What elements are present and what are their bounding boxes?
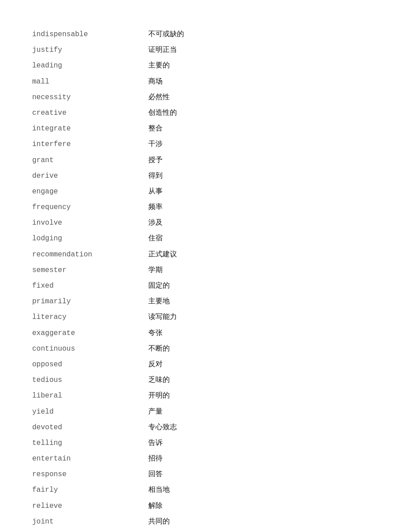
english-word: entertain (32, 451, 148, 467)
english-word: engage (32, 184, 148, 200)
english-word: economic (32, 530, 148, 532)
english-word: grant (32, 153, 148, 168)
table-row: indispensable不可或缺的 (32, 27, 379, 42)
table-row: semester学期 (32, 263, 379, 278)
table-row: involve涉及 (32, 215, 379, 231)
chinese-meaning: 不可或缺的 (148, 27, 379, 42)
english-word: recommendation (32, 247, 148, 263)
english-word: leading (32, 58, 148, 74)
chinese-meaning: 回答 (148, 467, 379, 482)
table-row: opposed反对 (32, 357, 379, 373)
english-word: fairly (32, 482, 148, 498)
chinese-meaning: 共同的 (148, 514, 379, 530)
english-word: mall (32, 74, 148, 90)
english-word: frequency (32, 200, 148, 215)
english-word: liberal (32, 388, 148, 404)
english-word: tedious (32, 373, 148, 388)
table-row: exaggerate夸张 (32, 326, 379, 341)
table-row: mall商场 (32, 74, 379, 90)
chinese-meaning: 相当地 (148, 482, 379, 498)
chinese-meaning: 经济的 (148, 530, 379, 532)
english-word: relieve (32, 498, 148, 514)
table-row: necessity必然性 (32, 90, 379, 105)
chinese-meaning: 学期 (148, 263, 379, 278)
chinese-meaning: 整合 (148, 121, 379, 137)
english-word: derive (32, 168, 148, 184)
chinese-meaning: 反对 (148, 357, 379, 373)
chinese-meaning: 开明的 (148, 388, 379, 404)
english-word: yield (32, 404, 148, 420)
english-word: response (32, 467, 148, 482)
chinese-meaning: 证明正当 (148, 42, 379, 58)
table-row: literacy读写能力 (32, 310, 379, 325)
chinese-meaning: 干涉 (148, 137, 379, 152)
chinese-meaning: 涉及 (148, 215, 379, 231)
table-row: response回答 (32, 467, 379, 482)
english-word: primarily (32, 294, 148, 310)
chinese-meaning: 告诉 (148, 436, 379, 451)
english-word: creative (32, 105, 148, 121)
table-row: yield产量 (32, 404, 379, 420)
chinese-meaning: 专心致志 (148, 420, 379, 436)
english-word: justify (32, 42, 148, 58)
table-row: tedious乏味的 (32, 373, 379, 388)
english-word: continuous (32, 341, 148, 357)
table-row: recommendation正式建议 (32, 247, 379, 263)
table-row: economic经济的 (32, 530, 379, 532)
chinese-meaning: 必然性 (148, 90, 379, 105)
english-word: exaggerate (32, 326, 148, 341)
english-word: opposed (32, 357, 148, 373)
english-word: devoted (32, 420, 148, 436)
chinese-meaning: 招待 (148, 451, 379, 467)
chinese-meaning: 商场 (148, 74, 379, 90)
table-row: joint共同的 (32, 514, 379, 530)
table-row: telling告诉 (32, 436, 379, 451)
table-row: lodging住宿 (32, 231, 379, 247)
chinese-meaning: 频率 (148, 200, 379, 215)
table-row: creative创造性的 (32, 105, 379, 121)
chinese-meaning: 得到 (148, 168, 379, 184)
table-row: justify证明正当 (32, 42, 379, 58)
english-word: joint (32, 514, 148, 530)
chinese-meaning: 产量 (148, 404, 379, 420)
english-word: involve (32, 215, 148, 231)
table-row: liberal开明的 (32, 388, 379, 404)
english-word: integrate (32, 121, 148, 137)
table-row: primarily主要地 (32, 294, 379, 310)
english-word: indispensable (32, 27, 148, 42)
chinese-meaning: 住宿 (148, 231, 379, 247)
english-word: necessity (32, 90, 148, 105)
english-word: interfere (32, 137, 148, 152)
chinese-meaning: 读写能力 (148, 310, 379, 325)
table-row: leading主要的 (32, 58, 379, 74)
chinese-meaning: 解除 (148, 498, 379, 514)
chinese-meaning: 主要的 (148, 58, 379, 74)
chinese-meaning: 正式建议 (148, 247, 379, 263)
english-word: lodging (32, 231, 148, 247)
table-row: entertain招待 (32, 451, 379, 467)
table-row: interfere干涉 (32, 137, 379, 152)
table-row: continuous不断的 (32, 341, 379, 357)
table-row: fixed固定的 (32, 278, 379, 294)
table-row: fairly相当地 (32, 482, 379, 498)
table-row: integrate整合 (32, 121, 379, 137)
table-row: relieve解除 (32, 498, 379, 514)
english-word: literacy (32, 310, 148, 325)
chinese-meaning: 乏味的 (148, 373, 379, 388)
table-row: grant授予 (32, 153, 379, 168)
english-word: fixed (32, 278, 148, 294)
chinese-meaning: 主要地 (148, 294, 379, 310)
chinese-meaning: 夸张 (148, 326, 379, 341)
chinese-meaning: 不断的 (148, 341, 379, 357)
chinese-meaning: 创造性的 (148, 105, 379, 121)
chinese-meaning: 固定的 (148, 278, 379, 294)
english-word: semester (32, 263, 148, 278)
table-row: derive得到 (32, 168, 379, 184)
table-row: frequency频率 (32, 200, 379, 215)
vocabulary-table: indispensable不可或缺的justify证明正当leading主要的m… (32, 27, 379, 532)
chinese-meaning: 授予 (148, 153, 379, 168)
table-row: engage从事 (32, 184, 379, 200)
table-row: devoted专心致志 (32, 420, 379, 436)
chinese-meaning: 从事 (148, 184, 379, 200)
english-word: telling (32, 436, 148, 451)
